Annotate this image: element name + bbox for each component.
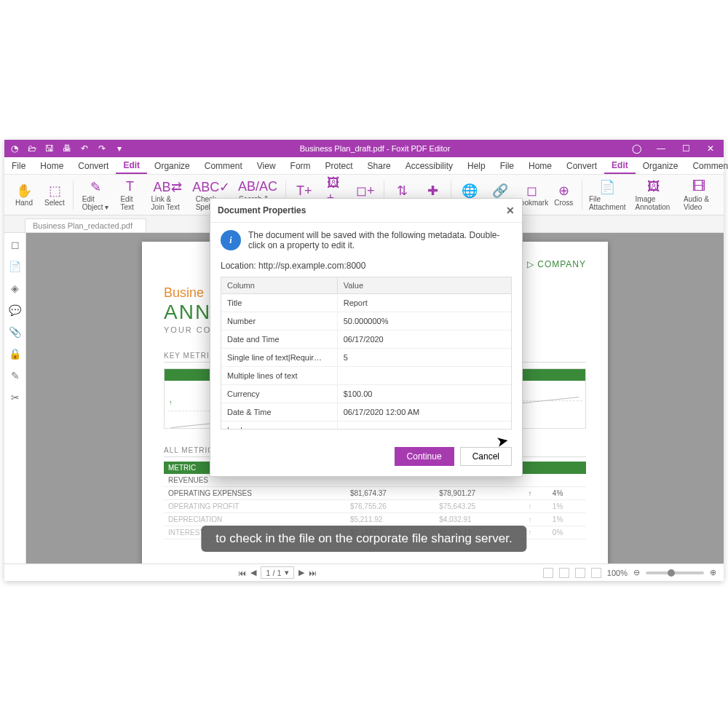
menu-share[interactable]: Share: [360, 157, 398, 174]
menu-file[interactable]: File: [493, 157, 521, 174]
zoom-in-icon[interactable]: ⊕: [710, 568, 716, 577]
menu-organize[interactable]: Organize: [636, 157, 686, 174]
left-panel-icon-3[interactable]: 💬: [9, 304, 21, 316]
property-row[interactable]: Date and Time06/17/2020: [221, 331, 511, 349]
ribbon-hand[interactable]: ✋Hand: [10, 181, 38, 208]
ribbon-icon: 🖼: [646, 179, 662, 195]
prop-column: Number: [221, 312, 337, 331]
menu-home[interactable]: Home: [521, 157, 559, 174]
print-icon[interactable]: 🖶: [61, 143, 73, 154]
menubar: FileHomeConvertEditOrganizeCommentViewFo…: [4, 157, 724, 175]
property-row[interactable]: Currency$100.00: [221, 385, 511, 403]
ribbon-icon: ⊕: [555, 183, 571, 199]
ribbon-audio-video[interactable]: 🎞Audio & Video: [679, 178, 718, 213]
open-icon[interactable]: 🗁: [26, 143, 38, 154]
menu-organize[interactable]: Organize: [147, 157, 197, 174]
left-panel-icon-0[interactable]: ◻: [11, 239, 20, 250]
ribbon-link-join-text[interactable]: AB⇄Link & Join Text: [146, 178, 188, 213]
nav-prev-icon[interactable]: ◀: [250, 568, 256, 577]
ribbon-icon: AB/AC: [250, 179, 266, 195]
zoom-slider[interactable]: [646, 571, 704, 574]
prop-value: 06/17/2020 12:00 AM: [337, 403, 511, 422]
left-panel-icon-6[interactable]: ✎: [11, 370, 20, 381]
property-row[interactable]: Lookup: [221, 422, 511, 430]
menu-file[interactable]: File: [4, 157, 33, 174]
menu-edit[interactable]: Edit: [116, 157, 147, 174]
ribbon-icon: 🖼+: [327, 183, 343, 199]
menu-form[interactable]: Form: [283, 157, 318, 174]
cancel-button[interactable]: Cancel: [460, 447, 512, 466]
property-row[interactable]: Number50.000000%: [221, 312, 511, 331]
view-mode-icon[interactable]: [575, 568, 585, 578]
property-row[interactable]: TitleReport: [221, 294, 511, 312]
save-icon[interactable]: 🖫: [44, 143, 55, 154]
table-row: DEPRECIATION$5,211.92$4,032.91↑1%: [164, 513, 586, 526]
ribbon-icon: ✎: [87, 179, 103, 195]
continue-button[interactable]: Continue: [395, 447, 454, 466]
left-panel-icon-5[interactable]: 🔒: [9, 348, 21, 360]
nav-next-icon[interactable]: ▶: [298, 568, 304, 577]
quick-access-toolbar: ◔ 🗁 🖫 🖶 ↶ ↷ ▾: [4, 143, 125, 154]
app-logo-icon[interactable]: ◔: [9, 143, 20, 154]
properties-table-wrap[interactable]: Column Value TitleReportNumber50.000000%…: [221, 277, 512, 430]
nav-first-icon[interactable]: ⏮: [238, 569, 246, 577]
ribbon-edit-object-[interactable]: ✎Edit Object ▾: [78, 178, 114, 213]
prop-value: [337, 367, 511, 385]
zoom-out-icon[interactable]: ⊖: [633, 568, 640, 577]
left-panel-icon-2[interactable]: ◈: [11, 282, 19, 294]
menu-comment[interactable]: Comment: [197, 157, 250, 174]
minimize-button[interactable]: —: [649, 140, 673, 157]
col-column-header: Column: [221, 277, 337, 294]
document-properties-dialog: Document Properties ✕ i The document wil…: [210, 198, 523, 477]
menu-home[interactable]: Home: [33, 157, 71, 174]
document-tab[interactable]: Business Plan_redacted.pdf: [25, 218, 146, 232]
page-input[interactable]: 1 / 1 ▾: [261, 566, 293, 579]
ribbon-separator: [582, 181, 582, 210]
ribbon-image-annotation[interactable]: 🖼Image Annotation: [631, 178, 676, 213]
left-panel-icon-4[interactable]: 📎: [9, 326, 21, 338]
menu-accessibility[interactable]: Accessibility: [398, 157, 460, 174]
statusbar: ⏮ ◀ 1 / 1 ▾ ▶ ⏭ 100% ⊖ ⊕: [4, 563, 724, 581]
menu-edit[interactable]: Edit: [604, 157, 636, 174]
menu-convert[interactable]: Convert: [559, 157, 604, 174]
view-mode-icon[interactable]: [543, 568, 553, 578]
dialog-close-icon[interactable]: ✕: [506, 205, 515, 216]
undo-icon[interactable]: ↶: [79, 143, 90, 154]
menu-protect[interactable]: Protect: [318, 157, 360, 174]
window-title: Business Plan_draft.pdf - Foxit PDF Edit…: [125, 144, 625, 153]
ribbon-icon: ◻: [524, 183, 540, 199]
view-mode-icon[interactable]: [591, 568, 601, 578]
menu-help[interactable]: Help: [460, 157, 493, 174]
redo-icon[interactable]: ↷: [96, 143, 108, 154]
menu-convert[interactable]: Convert: [71, 157, 116, 174]
ribbon-label: Select: [44, 199, 65, 207]
properties-table: Column Value TitleReportNumber50.000000%…: [221, 277, 511, 430]
menu-comment[interactable]: Comment: [685, 157, 728, 174]
titlebar: ◔ 🗁 🖫 🖶 ↶ ↷ ▾ Business Plan_draft.pdf - …: [4, 140, 724, 157]
ribbon-edit-text[interactable]: TEdit Text: [116, 178, 143, 213]
menu-view[interactable]: View: [250, 157, 283, 174]
ribbon-file-attachment[interactable]: 📄File Attachment: [587, 178, 628, 213]
nav-last-icon[interactable]: ⏭: [309, 569, 317, 577]
left-panel-icon-7[interactable]: ✂: [11, 392, 20, 403]
property-row[interactable]: Multiple lines of text: [221, 367, 511, 385]
ribbon-label: Audio & Video: [684, 195, 713, 211]
caption-overlay: to check in the file on the corporate fi…: [201, 526, 526, 552]
close-button[interactable]: ✕: [699, 140, 722, 157]
property-row[interactable]: Date & Time06/17/2020 12:00 AM: [221, 403, 511, 422]
col-value-header: Value: [337, 277, 511, 294]
ribbon-icon: AB⇄: [159, 179, 175, 195]
view-mode-icon[interactable]: [559, 568, 569, 578]
qat-more-icon[interactable]: ▾: [114, 143, 125, 154]
ribbon-cross[interactable]: ⊕Cross: [550, 181, 577, 208]
prop-column: Single line of text|Requir…: [221, 349, 337, 367]
account-icon[interactable]: ◯: [625, 140, 648, 157]
left-panel-icon-1[interactable]: 📄: [9, 261, 21, 272]
dialog-title: Document Properties: [218, 205, 306, 215]
ribbon-icon: T: [122, 179, 138, 195]
ribbon-icon: ✚: [424, 183, 440, 199]
maximize-button[interactable]: ☐: [674, 140, 697, 157]
prop-value: 50.000000%: [337, 312, 511, 331]
property-row[interactable]: Single line of text|Requir…5: [221, 349, 511, 367]
ribbon-select[interactable]: ⬚Select: [41, 181, 68, 208]
